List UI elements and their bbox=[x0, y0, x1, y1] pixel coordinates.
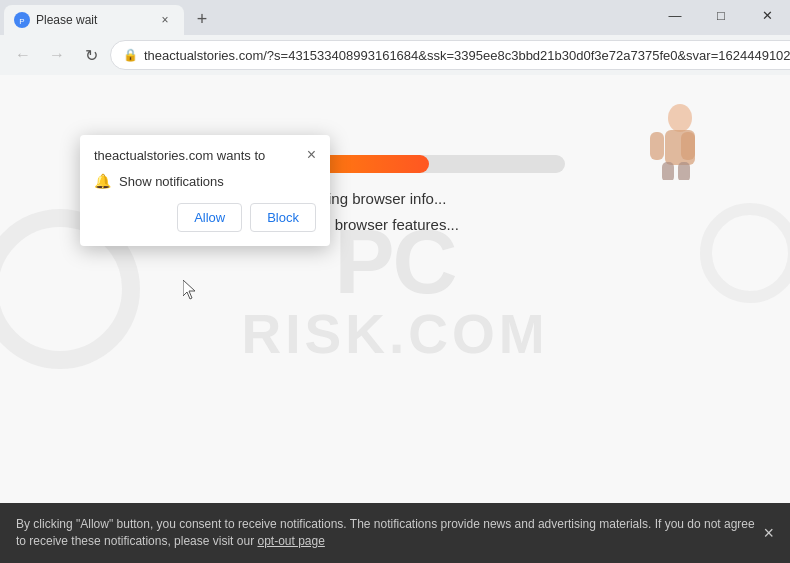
popup-permission-row: 🔔 Show notifications bbox=[94, 173, 316, 189]
tab-close-button[interactable]: × bbox=[156, 11, 174, 29]
circle-watermark-right bbox=[700, 203, 790, 303]
lock-icon: 🔒 bbox=[123, 48, 138, 62]
bottom-bar-text: By clicking "Allow" button, you consent … bbox=[16, 516, 755, 550]
forward-button[interactable]: → bbox=[42, 40, 72, 70]
block-button[interactable]: Block bbox=[250, 203, 316, 232]
active-tab[interactable]: P Please wait × bbox=[4, 5, 184, 35]
mouse-cursor bbox=[183, 280, 203, 300]
permission-label: Show notifications bbox=[119, 174, 224, 189]
svg-point-5 bbox=[668, 104, 692, 132]
refresh-button[interactable]: ↻ bbox=[76, 40, 106, 70]
human-figure bbox=[600, 100, 730, 184]
tab-favicon: P bbox=[14, 12, 30, 28]
address-text: theactualstories.com/?s=4315334089931616… bbox=[144, 48, 790, 63]
bell-icon: 🔔 bbox=[94, 173, 111, 189]
svg-rect-10 bbox=[678, 162, 690, 180]
popup-title: theactualstories.com wants to bbox=[94, 148, 265, 163]
svg-rect-8 bbox=[681, 132, 695, 160]
new-tab-button[interactable]: + bbox=[188, 5, 216, 33]
popup-close-button[interactable]: × bbox=[307, 147, 316, 163]
popup-buttons: Allow Block bbox=[94, 203, 316, 232]
window-controls: — □ ✕ bbox=[652, 0, 790, 30]
page-content: PC risk.com Analyzing browser bbox=[0, 75, 790, 503]
svg-rect-7 bbox=[650, 132, 664, 160]
back-button[interactable]: ← bbox=[8, 40, 38, 70]
tab-title: Please wait bbox=[36, 13, 150, 27]
address-bar[interactable]: 🔒 theactualstories.com/?s=43153340899316… bbox=[110, 40, 790, 70]
allow-button[interactable]: Allow bbox=[177, 203, 242, 232]
svg-rect-9 bbox=[662, 162, 674, 180]
browser-toolbar: ← → ↻ 🔒 theactualstories.com/?s=43153340… bbox=[0, 35, 790, 75]
title-bar: P Please wait × + — □ ✕ bbox=[0, 0, 790, 35]
bottom-notification-bar: By clicking "Allow" button, you consent … bbox=[0, 503, 790, 563]
minimize-button[interactable]: — bbox=[652, 0, 698, 30]
opt-out-link[interactable]: opt-out page bbox=[257, 534, 324, 548]
notification-popup: theactualstories.com wants to × 🔔 Show n… bbox=[80, 135, 330, 246]
close-button[interactable]: ✕ bbox=[744, 0, 790, 30]
tab-strip: P Please wait × + bbox=[0, 0, 216, 35]
bottom-bar-close-button[interactable]: × bbox=[763, 523, 774, 544]
maximize-button[interactable]: □ bbox=[698, 0, 744, 30]
browser-window: P Please wait × + — □ ✕ ← → ↻ 🔒 theactua… bbox=[0, 0, 790, 563]
popup-header: theactualstories.com wants to × bbox=[94, 147, 316, 163]
svg-text:P: P bbox=[19, 17, 24, 26]
